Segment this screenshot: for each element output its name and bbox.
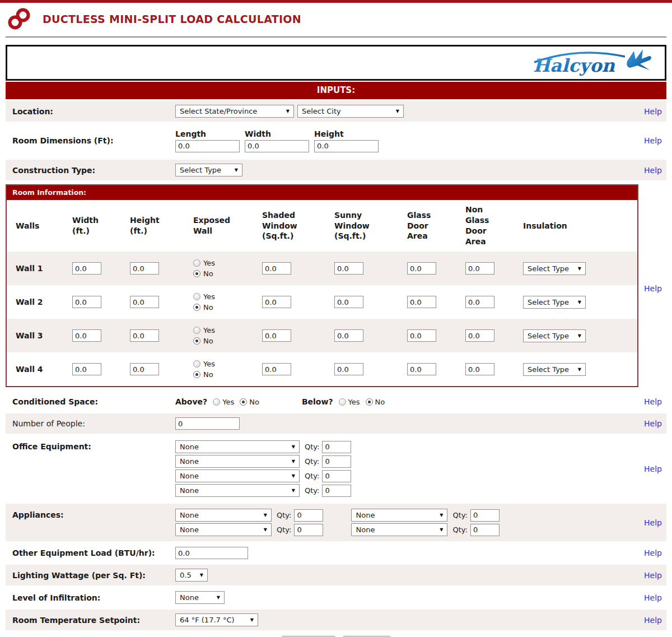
other-equipment-help-link[interactable]: Help (644, 548, 662, 557)
appliances-help-link[interactable]: Help (644, 518, 662, 527)
wall3-glass-door-input[interactable] (407, 329, 436, 342)
infiltration-select[interactable]: None ▼ (175, 591, 225, 604)
wall1-width-input[interactable] (72, 262, 101, 275)
conditioned-space-help-link[interactable]: Help (644, 397, 662, 406)
infiltration-help-link[interactable]: Help (644, 593, 662, 602)
wall1-non-glass-door-input[interactable] (465, 262, 494, 275)
wall4-glass-door-input[interactable] (407, 363, 436, 375)
length-input[interactable] (175, 140, 240, 152)
appliance-select-2[interactable]: None▼ (351, 509, 447, 522)
wall3-shaded-window-input[interactable] (262, 329, 291, 342)
above-yes-radio[interactable] (213, 398, 220, 406)
other-equipment-input[interactable] (175, 547, 248, 559)
halcyon-bird-icon (627, 49, 651, 70)
number-of-people-input[interactable] (175, 417, 240, 430)
chevron-down-icon: ▼ (250, 617, 254, 622)
city-select[interactable]: Select City ▼ (297, 105, 404, 118)
location-row: Location: Select State/Province ▼ Select… (6, 101, 666, 122)
chevron-down-icon: ▼ (578, 333, 581, 338)
wall3-sunny-window-input[interactable] (334, 329, 363, 342)
wall1-shaded-window-input[interactable] (262, 262, 291, 275)
below-no-radio[interactable] (366, 398, 373, 406)
wall2-shaded-window-input[interactable] (262, 296, 291, 308)
chevron-down-icon: ▼ (440, 527, 443, 532)
wall2-exposed-yes-radio[interactable] (193, 293, 200, 300)
other-equipment-label: Other Equipment Load (BTU/hr): (12, 548, 175, 557)
wall2-insulation-select[interactable]: Select Type ▼ (523, 296, 586, 309)
wall4-height-input[interactable] (130, 363, 159, 375)
office-equipment-help-link[interactable]: Help (644, 464, 662, 473)
wall2-sunny-window-input[interactable] (334, 296, 363, 308)
number-of-people-label: Number of People: (12, 419, 175, 428)
appliance-select-3[interactable]: None▼ (175, 523, 272, 536)
col-exposed-wall: Exposed Wall (193, 214, 262, 238)
chevron-down-icon: ▼ (578, 300, 581, 305)
construction-type-select[interactable]: Select Type ▼ (175, 164, 242, 176)
wall1-exposed-no-radio[interactable] (193, 270, 200, 277)
office-equipment-qty-3[interactable] (322, 470, 351, 482)
lighting-wattage-label: Lighting Wattage (per Sq. Ft): (12, 571, 175, 580)
wall1-height-input[interactable] (130, 262, 159, 275)
wall3-width-input[interactable] (72, 329, 101, 342)
setpoint-help-link[interactable]: Help (644, 616, 662, 625)
appliances-label: Appliances: (12, 510, 175, 519)
lighting-wattage-select[interactable]: 0.5 ▼ (175, 569, 208, 582)
width-input[interactable] (245, 140, 309, 152)
height-input[interactable] (314, 140, 379, 152)
location-help-link[interactable]: Help (644, 107, 662, 116)
conditioned-space-row: Conditioned Space: Above? Yes No Below? … (6, 392, 666, 412)
col-insulation: Insulation (523, 220, 637, 233)
appliance-qty-2[interactable] (470, 509, 500, 522)
office-equipment-qty-1[interactable] (322, 441, 351, 453)
setpoint-select[interactable]: 64 °F (17.7 °C) ▼ (175, 613, 258, 626)
office-equipment-select-4[interactable]: None▼ (175, 484, 300, 497)
wall2-exposed-no-radio[interactable] (193, 304, 200, 311)
above-no-radio[interactable] (240, 398, 247, 406)
wall4-exposed-yes-radio[interactable] (193, 360, 200, 368)
width-label: Width (245, 129, 309, 138)
wall3-exposed-yes-radio[interactable] (193, 327, 200, 334)
below-yes-radio[interactable] (339, 398, 346, 406)
length-label: Length (175, 129, 240, 138)
office-equipment-select-3[interactable]: None▼ (175, 469, 300, 482)
office-equipment-qty-2[interactable] (322, 455, 351, 468)
wall1-insulation-select[interactable]: Select Type ▼ (523, 262, 586, 275)
lighting-wattage-row: Lighting Wattage (per Sq. Ft): 0.5 ▼ Hel… (6, 565, 666, 585)
appliance-qty-4[interactable] (470, 524, 500, 536)
room-information-help-link[interactable]: Help (644, 284, 662, 293)
appliances-row: Appliances: None▼ Qty: None▼ Qty: None▼ … (6, 504, 666, 541)
wall3-exposed-no-radio[interactable] (193, 337, 200, 345)
wall4-exposed-no-radio[interactable] (193, 371, 200, 378)
appliance-qty-1[interactable] (294, 509, 323, 522)
wall1-glass-door-input[interactable] (407, 262, 436, 275)
chevron-down-icon: ▼ (200, 573, 203, 578)
other-equipment-row: Other Equipment Load (BTU/hr): Help (6, 543, 666, 563)
office-equipment-select-1[interactable]: None▼ (175, 440, 300, 453)
wall2-height-input[interactable] (130, 296, 159, 308)
construction-type-help-link[interactable]: Help (644, 166, 662, 175)
wall4-shaded-window-input[interactable] (262, 363, 291, 375)
office-equipment-select-2[interactable]: None▼ (175, 455, 300, 468)
wall2-non-glass-door-input[interactable] (465, 296, 494, 308)
wall3-insulation-select[interactable]: Select Type ▼ (523, 329, 586, 342)
wall3-non-glass-door-input[interactable] (465, 329, 494, 342)
lighting-wattage-help-link[interactable]: Help (644, 571, 662, 580)
state-province-select[interactable]: Select State/Province ▼ (175, 105, 294, 118)
wall1-exposed-yes-radio[interactable] (193, 259, 200, 267)
wall2-glass-door-input[interactable] (407, 296, 436, 308)
wall2-width-input[interactable] (72, 296, 101, 308)
wall3-height-input[interactable] (130, 329, 159, 342)
chevron-down-icon: ▼ (440, 513, 443, 518)
wall1-sunny-window-input[interactable] (334, 262, 363, 275)
appliance-select-1[interactable]: None▼ (175, 509, 272, 522)
office-equipment-qty-4[interactable] (322, 485, 351, 497)
wall4-sunny-window-input[interactable] (334, 363, 363, 375)
number-of-people-help-link[interactable]: Help (644, 419, 662, 428)
appliance-select-4[interactable]: None▼ (351, 523, 447, 536)
wall4-insulation-select[interactable]: Select Type ▼ (523, 363, 586, 376)
wall4-non-glass-door-input[interactable] (465, 363, 494, 375)
wall4-width-input[interactable] (72, 363, 101, 375)
room-dimensions-help-link[interactable]: Help (644, 136, 662, 145)
col-walls: Walls (7, 220, 72, 233)
appliance-qty-3[interactable] (294, 524, 323, 536)
